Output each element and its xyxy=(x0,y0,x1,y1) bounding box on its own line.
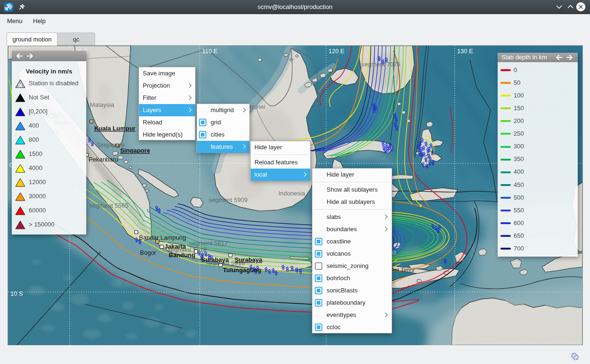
svg-text:Indonesia: Indonesia xyxy=(279,190,305,197)
svg-text:segment 5817: segment 5817 xyxy=(189,240,228,247)
svg-text:Surabaya: Surabaya xyxy=(235,256,262,263)
svg-text:Tulungagung: Tulungagung xyxy=(223,267,261,274)
svg-text:110 E: 110 E xyxy=(202,48,218,55)
svg-text:Brunei: Brunei xyxy=(247,103,265,110)
svg-text:120 E: 120 E xyxy=(328,48,344,55)
svg-text:Bogor: Bogor xyxy=(140,249,156,256)
svg-text:Bandar Lampung: Bandar Lampung xyxy=(139,234,186,241)
svg-text:Malaysia: Malaysia xyxy=(90,101,115,108)
svg-text:Jakarta: Jakarta xyxy=(164,243,186,250)
svg-text:Pekanbaru: Pekanbaru xyxy=(89,156,118,163)
svg-text:Kuala Lumpur: Kuala Lumpur xyxy=(94,125,135,132)
svg-text:Surabaya: Surabaya xyxy=(201,256,229,263)
svg-text:Singapore: Singapore xyxy=(120,147,150,154)
svg-text:segment 5565: segment 5565 xyxy=(90,202,128,209)
svg-text:130 E: 130 E xyxy=(457,48,473,55)
svg-text:segment 5909: segment 5909 xyxy=(209,196,247,203)
svg-text:10 S: 10 S xyxy=(10,290,23,297)
svg-text:Singapore: Singapore xyxy=(97,141,124,148)
svg-text:Bandung: Bandung xyxy=(169,251,195,259)
svg-text:segment 7076: segment 7076 xyxy=(361,61,400,68)
